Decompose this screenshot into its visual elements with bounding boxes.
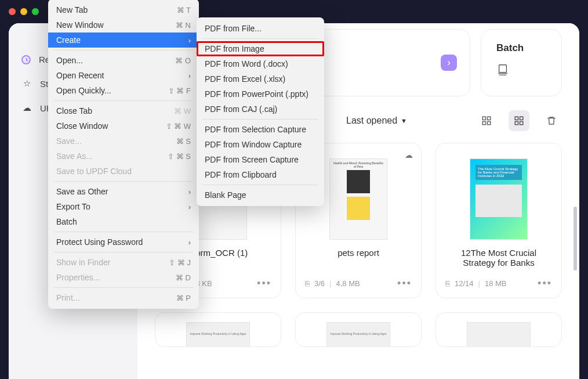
menu-item-label: Create bbox=[56, 35, 81, 45]
menu-item-label: PDF from Screen Capture bbox=[205, 155, 299, 164]
menu-shortcut: ⌘ T bbox=[177, 6, 191, 15]
menu-item[interactable]: PDF from Excel (.xlsx) bbox=[197, 71, 324, 86]
sort-dropdown[interactable]: Last opened ▼ bbox=[346, 115, 407, 126]
menu-item: Properties...⌘ D bbox=[48, 270, 199, 285]
menu-item-label: New Tab bbox=[56, 5, 88, 15]
menu-item-label: PDF from Excel (.xlsx) bbox=[205, 74, 285, 84]
menu-item[interactable]: Create› bbox=[48, 33, 199, 48]
menu-item[interactable]: PDF from CAJ (.caj) bbox=[197, 102, 324, 117]
menu-item-label: PDF from CAJ (.caj) bbox=[205, 104, 277, 114]
file-size: 18 MB bbox=[485, 279, 507, 288]
menu-divider bbox=[54, 287, 193, 288]
menu-divider bbox=[202, 38, 318, 39]
list-view-button[interactable] bbox=[476, 110, 497, 131]
menu-item[interactable]: PDF from Word (.docx) bbox=[197, 56, 324, 71]
menu-item-label: Save as Other bbox=[56, 187, 108, 196]
file-thumb: Improve Working Productivity in Using Ap… bbox=[326, 322, 390, 347]
svg-rect-5 bbox=[515, 117, 518, 120]
pages-icon: ⎘ bbox=[305, 279, 310, 288]
menu-item-label: Batch bbox=[56, 217, 77, 226]
menu-item-label: PDF from Word (.docx) bbox=[205, 59, 288, 68]
more-button[interactable]: ••• bbox=[257, 277, 271, 290]
more-button[interactable]: ••• bbox=[538, 277, 552, 290]
file-pages: 12/14 bbox=[455, 279, 474, 288]
files-grid-row2: Improve Working Productivity in Using Ap… bbox=[155, 312, 562, 347]
chevron-right-icon: › bbox=[188, 203, 191, 211]
menu-item[interactable]: New Window⌘ N bbox=[48, 17, 199, 33]
menu-item[interactable]: PDF from Window Capture bbox=[197, 137, 324, 152]
file-card[interactable]: Improve Working Productivity in Using Ap… bbox=[295, 312, 422, 347]
star-icon: ☆ bbox=[21, 78, 32, 89]
file-thumb bbox=[467, 322, 531, 347]
menu-item[interactable]: PDF from Clipboard bbox=[197, 167, 324, 182]
scrollbar[interactable] bbox=[574, 207, 577, 270]
menu-divider bbox=[202, 119, 318, 120]
menu-item[interactable]: Close Window⇧ ⌘ W bbox=[48, 118, 199, 133]
file-thumb: The Most Crucial Strategy for Banks and … bbox=[470, 158, 528, 240]
thumb-text: Health and Mood: Boosting Benefits of Pe… bbox=[332, 161, 384, 168]
menu-item[interactable]: Open...⌘ O bbox=[48, 53, 199, 68]
close-window-button[interactable] bbox=[9, 8, 16, 15]
svg-rect-6 bbox=[520, 117, 523, 120]
menu-item[interactable]: Export To› bbox=[48, 199, 199, 214]
file-card[interactable]: The Most Crucial Strategy for Banks and … bbox=[435, 143, 562, 298]
menu-shortcut: ⌘ W bbox=[174, 107, 191, 115]
menu-item[interactable]: Open Quickly...⇧ ⌘ F bbox=[48, 83, 199, 98]
menu-divider bbox=[54, 232, 193, 232]
create-submenu: PDF from File...PDF from ImagePDF from W… bbox=[197, 17, 324, 206]
batch-stack-icon bbox=[496, 63, 509, 78]
menu-item[interactable]: Open Recent› bbox=[48, 68, 199, 83]
svg-rect-0 bbox=[499, 65, 507, 73]
menu-item[interactable]: Save as Other› bbox=[48, 184, 199, 199]
menu-item-label: Save As... bbox=[56, 151, 93, 161]
menu-item: Save As...⇧ ⌘ S bbox=[48, 149, 199, 164]
menu-item-label: PDF from File... bbox=[205, 24, 262, 33]
menu-item: Show in Finder⇧ ⌘ J bbox=[48, 255, 199, 270]
menu-item: Save...⌘ S bbox=[48, 133, 199, 149]
minimize-window-button[interactable] bbox=[20, 8, 27, 15]
menu-item-label: Export To bbox=[56, 202, 90, 211]
menu-item-label: Save... bbox=[56, 136, 82, 146]
file-meta: ⎘ 12/14 | 18 MB ••• bbox=[445, 277, 552, 290]
menu-shortcut: ⇧ ⌘ S bbox=[168, 152, 191, 161]
menu-item[interactable]: PDF from File... bbox=[197, 21, 324, 36]
menu-divider bbox=[54, 252, 193, 252]
menu-item[interactable]: Protect Using Password› bbox=[48, 234, 199, 250]
file-size: 4,8 MB bbox=[336, 279, 360, 288]
cloud-icon: ☁ bbox=[21, 103, 32, 113]
more-button[interactable]: ••• bbox=[397, 277, 412, 290]
menu-item[interactable]: Batch bbox=[48, 214, 199, 229]
menu-item[interactable]: PDF from Image bbox=[197, 41, 324, 56]
svg-rect-8 bbox=[520, 122, 523, 125]
menu-item[interactable]: Blank Page bbox=[197, 187, 324, 203]
menu-item[interactable]: PDF from Selection Capture bbox=[197, 122, 324, 137]
svg-rect-7 bbox=[515, 122, 518, 125]
file-card[interactable] bbox=[435, 312, 562, 347]
file-name: 12The Most Crucial Strategy for Banks bbox=[445, 248, 552, 271]
menu-item-label: PDF from Image bbox=[205, 44, 264, 53]
grid-view-button[interactable] bbox=[509, 110, 529, 131]
menu-item-label: Show in Finder bbox=[56, 258, 110, 267]
chevron-button[interactable]: › bbox=[441, 55, 457, 71]
menu-item: Save to UPDF Cloud bbox=[48, 164, 199, 179]
file-card[interactable]: Improve Working Productivity in Using Ap… bbox=[155, 312, 281, 347]
menu-item[interactable]: Close Tab⌘ W bbox=[48, 103, 199, 118]
chevron-right-icon: › bbox=[447, 57, 451, 68]
menu-item-label: Open... bbox=[56, 56, 83, 65]
menu-shortcut: ⌘ N bbox=[176, 21, 191, 30]
menu-item-label: Open Quickly... bbox=[56, 86, 111, 95]
delete-button[interactable] bbox=[541, 110, 562, 131]
menu-item-label: Open Recent bbox=[56, 71, 104, 80]
batch-card[interactable]: Batch bbox=[481, 29, 562, 96]
menu-item[interactable]: PDF from Screen Capture bbox=[197, 152, 324, 167]
menu-item[interactable]: PDF from PowerPoint (.pptx) bbox=[197, 86, 324, 102]
fullscreen-window-button[interactable] bbox=[32, 8, 39, 15]
file-meta: ⎘ 3/6 | 4,8 MB ••• bbox=[305, 277, 412, 290]
menu-item-label: PDF from Window Capture bbox=[205, 140, 302, 149]
menu-item: Print...⌘ P bbox=[48, 290, 199, 305]
menu-item[interactable]: New Tab⌘ T bbox=[48, 2, 199, 17]
file-menu: New Tab⌘ TNew Window⌘ NCreate›Open...⌘ O… bbox=[48, 0, 199, 309]
menu-shortcut: ⌘ D bbox=[176, 273, 191, 282]
chevron-right-icon: › bbox=[188, 36, 191, 45]
menu-item-label: Print... bbox=[56, 293, 79, 302]
